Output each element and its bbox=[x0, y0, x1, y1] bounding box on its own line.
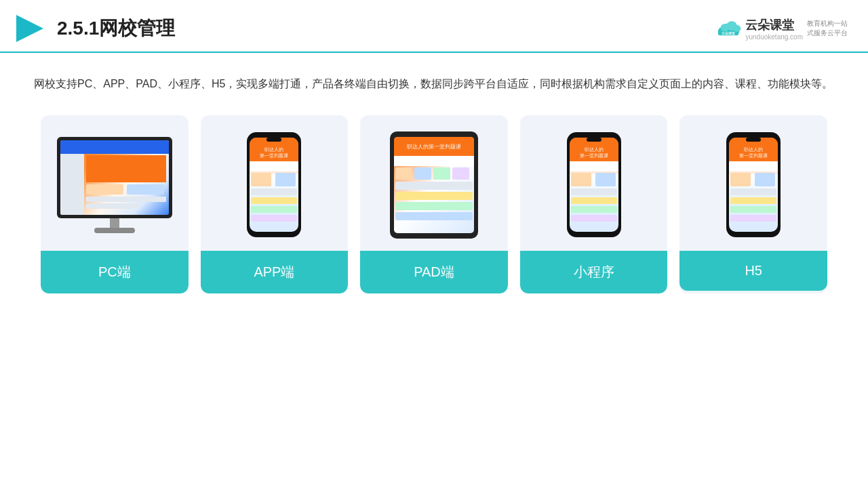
card-miniprogram-label: 小程序 bbox=[520, 251, 668, 293]
card-pc-label: PC端 bbox=[41, 251, 189, 293]
phone-notch-mini bbox=[587, 138, 601, 142]
tablet-screen-inner bbox=[394, 137, 474, 233]
description-text: 网校支持PC、APP、PAD、小程序、H5，实现多端打通，产品各终端自由切换，数… bbox=[34, 73, 834, 95]
card-h5-image bbox=[679, 115, 827, 251]
monitor-screen bbox=[60, 140, 169, 215]
logo-tagline: 教育机构一站式服务云平台 bbox=[807, 19, 848, 38]
card-pc-image bbox=[41, 115, 189, 251]
tablet-screen bbox=[394, 137, 474, 233]
card-pad-label: PAD端 bbox=[360, 251, 508, 293]
phone-screen-inner-mini bbox=[570, 138, 618, 232]
card-h5-label: H5 bbox=[679, 251, 827, 291]
card-h5: H5 bbox=[679, 115, 827, 293]
card-miniprogram: 小程序 bbox=[520, 115, 668, 293]
svg-text:云朵课堂: 云朵课堂 bbox=[722, 31, 735, 35]
phone-notch-app bbox=[267, 138, 281, 142]
monitor-base bbox=[94, 228, 135, 233]
phone-screen-h5 bbox=[729, 138, 778, 232]
phone-screen-inner-h5 bbox=[729, 138, 778, 232]
header-left: 2.5.1网校管理 bbox=[14, 12, 175, 45]
page-title: 2.5.1网校管理 bbox=[57, 16, 175, 41]
monitor-screen-content bbox=[60, 140, 169, 215]
cards-container: PC端 APP端 PA bbox=[34, 115, 834, 293]
cloud-icon: 云朵课堂 bbox=[715, 19, 741, 38]
card-pad-image bbox=[360, 115, 508, 251]
pc-mockup bbox=[57, 137, 172, 233]
play-icon bbox=[14, 12, 46, 45]
phone-mockup-mini bbox=[567, 132, 621, 237]
logo-name: 云朵课堂 bbox=[745, 17, 803, 33]
card-pc: PC端 bbox=[41, 115, 189, 293]
page-header: 2.5.1网校管理 云朵课堂 云朵课堂 yunduoketang.com 教育机… bbox=[0, 0, 868, 53]
card-app: APP端 bbox=[201, 115, 349, 293]
phone-notch-h5 bbox=[746, 138, 761, 142]
card-miniprogram-image bbox=[520, 115, 668, 251]
monitor bbox=[57, 137, 172, 218]
phone-mockup-h5 bbox=[726, 132, 781, 237]
svg-marker-0 bbox=[16, 15, 43, 42]
tablet-mockup bbox=[390, 131, 478, 239]
main-content: 网校支持PC、APP、PAD、小程序、H5，实现多端打通，产品各终端自由切换，数… bbox=[0, 53, 868, 307]
card-pad: PAD端 bbox=[360, 115, 508, 293]
logo-url: yunduoketang.com bbox=[745, 33, 803, 41]
phone-screen-app bbox=[250, 138, 298, 232]
logo-area: 云朵课堂 云朵课堂 yunduoketang.com 教育机构一站式服务云平台 bbox=[715, 17, 848, 41]
monitor-stand-neck bbox=[110, 218, 119, 228]
card-app-image bbox=[201, 115, 349, 251]
phone-screen-inner-app bbox=[250, 138, 298, 232]
phone-screen-mini bbox=[570, 138, 618, 232]
phone-mockup-app bbox=[247, 132, 301, 237]
logo-cloud: 云朵课堂 云朵课堂 yunduoketang.com 教育机构一站式服务云平台 bbox=[715, 17, 848, 41]
card-app-label: APP端 bbox=[201, 251, 349, 293]
